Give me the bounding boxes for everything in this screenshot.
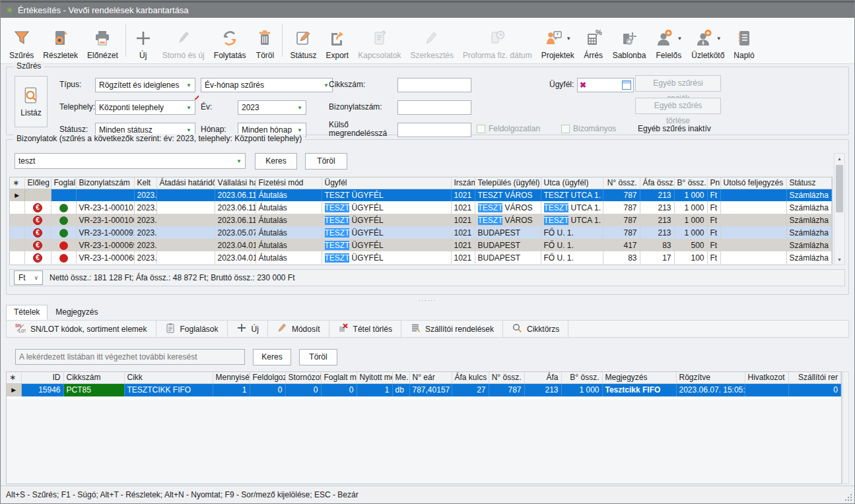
cell-vallalasi[interactable]: 2023.04.01 [215, 251, 256, 264]
chevron-down-icon[interactable]: ▼ [566, 36, 571, 42]
cell-afaosz[interactable]: 213 [640, 201, 674, 214]
toolbar-button-delete[interactable]: Töröl [250, 19, 279, 62]
column-header-nyitott[interactable]: Nyitott mer [357, 372, 392, 383]
document-search-combo[interactable]: teszt ▼ [15, 153, 246, 169]
cell-ugyfel[interactable]: TESZT ÜGYFÉL [322, 189, 451, 201]
cell-telepules[interactable]: BUDAPEST [475, 239, 541, 251]
column-header-pn[interactable]: Pn. [707, 177, 720, 189]
column-header-afakulcs[interactable]: Áfa kulcs [452, 372, 489, 383]
cell-fizmod[interactable]: Átutalás [256, 226, 322, 239]
column-header-ugyfel[interactable]: Ügyfél [322, 177, 451, 189]
scrollbar-thumb[interactable] [836, 165, 843, 212]
column-header-afaosz[interactable]: Áfa össz. [640, 177, 674, 189]
cell-afaosz[interactable]: 213 [640, 189, 674, 201]
toolbar-button-template[interactable]: Sablonba [608, 19, 651, 62]
cell-foglal[interactable] [51, 201, 76, 214]
column-header-eloleg[interactable]: Előleg [24, 177, 51, 189]
column-header-cikkszam[interactable]: Cikkszám [63, 372, 124, 383]
cell-irszam[interactable]: 1021 [451, 201, 475, 214]
cell-utolso[interactable] [720, 251, 786, 264]
cell-fizmod[interactable]: Átutalás [256, 214, 322, 226]
scroll-up-icon[interactable]: ▲ [835, 154, 844, 164]
column-header-nosz[interactable]: N° össz. [603, 177, 640, 189]
cell-irszam[interactable]: 1021 [451, 251, 475, 264]
cell-id[interactable]: 15946 [21, 383, 63, 396]
cell-atadasi[interactable] [156, 201, 215, 214]
cell-indicator[interactable]: ▶ [10, 189, 24, 201]
cell-irszam[interactable]: 1021 [451, 226, 475, 239]
details-search-input[interactable] [15, 349, 245, 365]
details-vertical-scrollbar[interactable] [842, 371, 849, 484]
cell-statusz[interactable]: Számlázha [786, 201, 832, 214]
table-row[interactable]: €VR-23-1-0000692023.032023.04.01Átutalás… [10, 239, 832, 251]
cell-afaosz[interactable]: 213 [640, 226, 674, 239]
cell-vallalasi[interactable]: 2023.06.11 [215, 214, 256, 226]
toolbar-button-continue[interactable]: Folytatás [209, 19, 251, 62]
cell-nosz[interactable]: 83 [603, 251, 640, 264]
details-button-snlot[interactable]: SNLOTSN/LOT kódok, sortiment elemek [7, 321, 156, 337]
document-number-input[interactable] [397, 100, 471, 115]
cell-bosz[interactable]: 1 000 [674, 226, 707, 239]
toolbar-button-margin[interactable]: %Árrés [579, 19, 608, 62]
cell-nosz[interactable]: 787 [603, 214, 640, 226]
type-dropdown[interactable]: Rögzített és ideiglenes ▼ [95, 78, 195, 92]
table-row[interactable]: €VR-23-1-0001002023.062023.06.11Átutalás… [10, 214, 832, 226]
currency-dropdown[interactable]: Ft ∨ [14, 270, 43, 285]
cell-bizonylatszam[interactable]: VR-23-1-000101 [76, 201, 134, 214]
details-search-clear-button[interactable]: Töröl [299, 349, 337, 365]
toolbar-button-projects[interactable]: ▼Projektek [537, 19, 579, 62]
list-button[interactable]: Listáz [15, 76, 48, 127]
cell-ugyfel[interactable]: TESZT ÜGYFÉL [322, 251, 451, 264]
column-header-utolso[interactable]: Utolsó feljegyzés [720, 177, 786, 189]
column-header-bizonylatszam[interactable]: Bizonylatszám [76, 177, 134, 189]
year-dropdown[interactable]: 2023 ▼ [238, 100, 306, 115]
toolbar-button-export[interactable]: Export [322, 19, 354, 62]
column-header-menny[interactable]: Mennyiség [213, 372, 250, 383]
cell-pn[interactable]: Ft [707, 239, 720, 251]
site-dropdown[interactable]: Központi telephely ▼ [95, 100, 195, 115]
cell-kelt[interactable]: 2023.06 [134, 214, 156, 226]
toolbar-button-details[interactable]: Részletek [38, 19, 83, 62]
cell-indicator[interactable] [10, 239, 24, 251]
external-order-input[interactable] [397, 123, 471, 137]
column-header-bossz[interactable]: B° össz. [561, 372, 602, 383]
cell-cikk[interactable]: TESZTCIKK FIFO [124, 383, 213, 396]
cell-nosz[interactable]: 787 [603, 201, 640, 214]
cell-hivatkozott[interactable] [745, 383, 788, 396]
document-search-clear-button[interactable]: Töröl [305, 153, 347, 170]
cell-eloleg[interactable]: € [24, 239, 51, 251]
cell-indicator[interactable] [10, 251, 24, 264]
cell-utca[interactable]: TESZT UTCA 1. [541, 189, 603, 201]
toolbar-button-new[interactable]: Új [129, 19, 158, 62]
cell-atadasi[interactable] [156, 214, 215, 226]
cell-bosz[interactable]: 1 000 [674, 201, 707, 214]
cell-megjegyzes[interactable]: Tesztcikk FIFO [602, 383, 676, 396]
cell-utolso[interactable] [720, 239, 786, 251]
cell-nyitott[interactable]: 1 [357, 383, 392, 396]
cell-eloleg[interactable]: € [24, 201, 51, 214]
toolbar-button-agent[interactable]: ▼Üzletkötő [687, 19, 729, 62]
details-button-item-delete[interactable]: Tétel törlés [329, 321, 401, 337]
clear-x-icon[interactable]: ✖ [580, 80, 586, 90]
cell-eloleg[interactable]: € [24, 214, 51, 226]
cell-pn[interactable]: Ft [707, 201, 720, 214]
cell-kelt[interactable]: 2023.06 [134, 189, 156, 201]
cell-eloleg[interactable]: € [24, 251, 51, 264]
cell-atadasi[interactable] [156, 189, 215, 201]
column-header-bosz[interactable]: B° össz. [674, 177, 707, 189]
cell-kelt[interactable]: 2023.05 [134, 226, 156, 239]
cell-afaosz[interactable]: 83 [640, 239, 674, 251]
column-header-telepules[interactable]: Település (ügyfél) [475, 177, 541, 189]
cell-afakulcs[interactable]: 27 [452, 383, 489, 396]
column-header-megjegyzes[interactable]: Megjegyzés [602, 372, 676, 383]
cell-kelt[interactable]: 2023.03 [134, 251, 156, 264]
column-header-kelt[interactable]: Kelt [134, 177, 156, 189]
column-header-indicator[interactable]: ∗ [10, 177, 24, 189]
column-header-rogzitve[interactable]: Rögzítve [676, 372, 745, 383]
cell-utolso[interactable] [720, 214, 786, 226]
cell-near[interactable]: 787,40157 [409, 383, 452, 396]
cell-foglal[interactable] [51, 239, 76, 251]
toolbar-button-filter[interactable]: Szűrés [5, 19, 38, 62]
table-row[interactable]: €VR-23-1-0000912023.052023.05.07Átutalás… [10, 226, 832, 239]
cell-irszam[interactable]: 1021 [451, 239, 475, 251]
